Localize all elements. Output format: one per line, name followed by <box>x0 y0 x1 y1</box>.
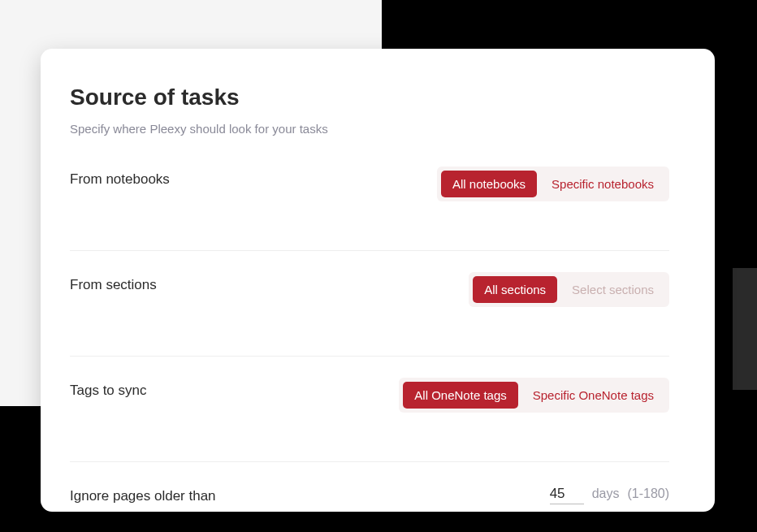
page-subtitle: Specify where Pleexy should look for you… <box>70 122 669 136</box>
background-panel-dark <box>733 268 757 390</box>
toggle-sections: All sections Select sections <box>469 272 669 307</box>
page-title: Source of tasks <box>70 84 669 110</box>
row-from-sections: From sections All sections Select sectio… <box>70 272 669 357</box>
label-from-sections: From sections <box>70 272 157 293</box>
toggle-notebooks: All notebooks Specific notebooks <box>437 167 669 201</box>
toggle-specific-notebooks[interactable]: Specific notebooks <box>540 171 665 197</box>
row-from-notebooks: From notebooks All notebooks Specific no… <box>70 167 669 251</box>
label-tags-to-sync: Tags to sync <box>70 378 147 399</box>
label-from-notebooks: From notebooks <box>70 167 170 188</box>
label-ignore-pages: Ignore pages older than <box>70 483 216 504</box>
toggle-select-sections[interactable]: Select sections <box>560 276 665 303</box>
days-unit: days <box>592 487 620 501</box>
row-ignore-pages: Ignore pages older than days (1-180) <box>70 483 669 504</box>
toggle-all-tags[interactable]: All OneNote tags <box>403 382 517 409</box>
toggle-tags: All OneNote tags Specific OneNote tags <box>399 378 669 413</box>
settings-card: Source of tasks Specify where Pleexy sho… <box>41 49 715 512</box>
toggle-all-notebooks[interactable]: All notebooks <box>441 171 537 197</box>
days-control: days (1-180) <box>550 484 669 504</box>
toggle-all-sections[interactable]: All sections <box>473 276 557 303</box>
row-tags-to-sync: Tags to sync All OneNote tags Specific O… <box>70 378 669 462</box>
toggle-specific-tags[interactable]: Specific OneNote tags <box>521 382 665 409</box>
days-input[interactable] <box>550 484 584 504</box>
days-range: (1-180) <box>627 487 669 501</box>
